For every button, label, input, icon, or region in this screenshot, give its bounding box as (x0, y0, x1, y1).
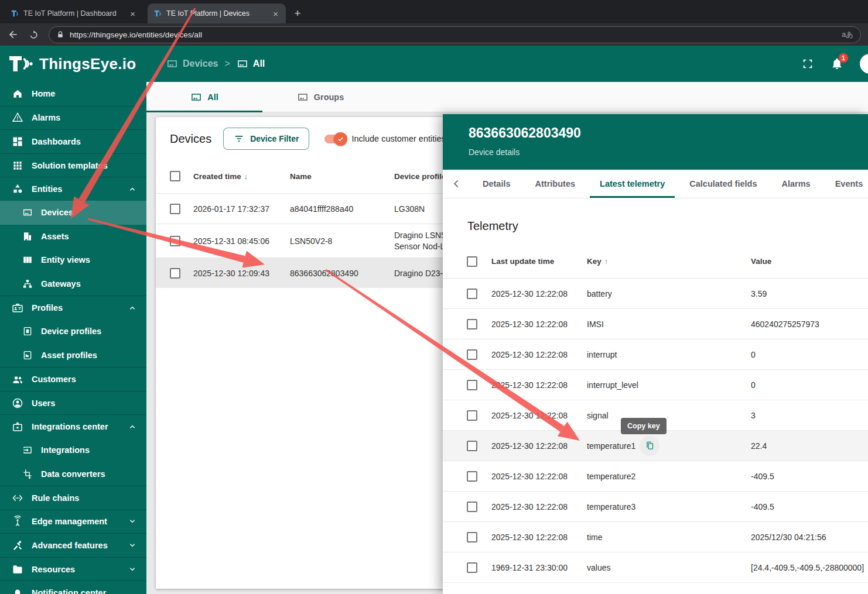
sidebar-item-entities[interactable]: Entities (0, 177, 146, 201)
tab-latest-telemetry[interactable]: Latest telemetry (590, 170, 675, 198)
sidebar-item-customers[interactable]: Customers (0, 367, 146, 391)
tab-attributes[interactable]: Attributes (525, 170, 585, 198)
row-checkbox[interactable] (170, 236, 180, 246)
name-cell: 863663062803490 (290, 269, 394, 278)
chevron-left-icon[interactable] (450, 177, 463, 190)
tab-calculated-fields[interactable]: Calculated fields (679, 170, 767, 198)
browser-tab-devices[interactable]: TE IoT Platform | Devices × (148, 4, 286, 23)
telemetry-row[interactable]: 2025-12-30 12:22:08temperature3-409.5 (443, 492, 868, 522)
row-checkbox[interactable] (467, 471, 477, 482)
sidebar-item-asset-profiles[interactable]: Asset profiles (0, 344, 146, 368)
table-row[interactable]: 2025-12-31 08:45:06 LSN50V2-8 Dragino LS… (156, 224, 449, 257)
sidebar-item-notification-center[interactable]: Notification center (0, 581, 146, 594)
breadcrumb-devices[interactable]: Devices (166, 58, 218, 70)
telemetry-row-hovered[interactable]: 2025-12-30 12:22:08 temperature1 22.4 (443, 431, 868, 461)
column-value[interactable]: Value (751, 257, 868, 266)
telemetry-row[interactable]: 2025-12-30 12:22:08IMSI460240275257973 (443, 309, 868, 339)
sidebar-item-entity-views[interactable]: Entity views (0, 248, 146, 272)
refresh-icon[interactable] (28, 29, 39, 40)
sidebar-item-profiles[interactable]: Profiles (0, 296, 146, 320)
value-cell: [24.4,-409.5,-409.5,-28800000] (751, 563, 868, 572)
sidebar-item-gateways[interactable]: Gateways (0, 272, 146, 296)
sidebar-item-users[interactable]: Users (0, 391, 146, 415)
telemetry-row[interactable]: 2025-12-30 12:22:08interrupt0 (443, 339, 868, 370)
table-row[interactable]: 2026-01-17 17:32:37 a84041ffff288a40 LG3… (156, 193, 449, 224)
back-icon[interactable] (7, 29, 19, 40)
breadcrumb-all[interactable]: All (237, 58, 265, 70)
row-checkbox[interactable] (467, 502, 477, 512)
row-checkbox[interactable] (467, 410, 477, 421)
row-checkbox[interactable] (467, 532, 477, 543)
telemetry-row[interactable]: 2025-12-30 12:22:08battery3.59 (443, 279, 868, 309)
telemetry-row[interactable]: 2025-12-30 12:22:08interrupt_level0 (443, 370, 868, 400)
copy-key-button[interactable] (640, 436, 659, 456)
row-checkbox[interactable] (467, 319, 477, 329)
value-cell: 0 (751, 350, 868, 359)
tab-alarms[interactable]: Alarms (772, 170, 821, 198)
tab-groups[interactable]: Groups (262, 82, 378, 112)
name-cell: LSN50V2-8 (290, 236, 394, 246)
value-cell: 22.4 (751, 441, 868, 451)
favicon (153, 9, 162, 18)
sidebar-item-devices[interactable]: Devices (0, 201, 146, 225)
telemetry-row[interactable]: 2025-12-30 12:22:08time2025/12/30 04:21:… (443, 522, 868, 552)
value-cell: -409.5 (751, 502, 868, 511)
tab-events[interactable]: Events (825, 170, 868, 198)
tab-details[interactable]: Details (473, 170, 521, 198)
sidebar-item-data-converters[interactable]: Data converters (0, 462, 146, 486)
sidebar-item-device-profiles[interactable]: Device profiles (0, 320, 146, 344)
translate-icon[interactable]: aあ (842, 30, 853, 40)
tab-title: TE IoT Platform | Dashboard (23, 9, 124, 18)
column-name[interactable]: Name (290, 172, 394, 181)
sidebar-item-advanced-features[interactable]: Advanced features (0, 533, 146, 557)
tab-all[interactable]: All (146, 82, 262, 112)
chevron-up-icon (127, 302, 138, 314)
column-last-update-time[interactable]: Last update time (491, 257, 587, 266)
telemetry-table-header: Last update time Key↑ Value (443, 245, 868, 279)
url-bar[interactable]: https://thingseye.io/entities/devices/al… (49, 26, 861, 43)
toggle-knob (334, 132, 347, 146)
row-checkbox[interactable] (170, 204, 180, 214)
sidebar-item-assets[interactable]: Assets (0, 225, 146, 249)
sidebar-item-integrations-center[interactable]: Integrations center (0, 414, 146, 438)
fullscreen-icon[interactable] (801, 57, 814, 70)
device-filter-button[interactable]: Device Filter (223, 128, 309, 150)
select-all-checkbox[interactable] (467, 256, 477, 267)
key-cell: temperature3 (587, 502, 751, 511)
sidebar-item-resources[interactable]: Resources (0, 557, 146, 581)
row-checkbox[interactable] (170, 268, 180, 279)
created-cell: 2025-12-31 08:45:06 (193, 236, 290, 246)
close-icon[interactable]: × (271, 9, 280, 19)
new-tab-button[interactable]: + (289, 5, 306, 22)
notifications-bell[interactable]: 1 (831, 57, 843, 70)
row-checkbox[interactable] (467, 349, 477, 360)
row-checkbox[interactable] (467, 441, 477, 451)
select-all-checkbox[interactable] (170, 171, 180, 181)
column-device-profile[interactable]: Device profile (394, 172, 449, 181)
avatar[interactable] (860, 54, 868, 74)
row-checkbox[interactable] (467, 289, 477, 299)
close-icon[interactable]: × (128, 9, 137, 19)
sidebar-item-edge-management[interactable]: Edge management (0, 510, 146, 534)
sidebar: Home Alarms Dashboards Solution template… (0, 82, 146, 594)
telemetry-row[interactable]: 2025-12-30 12:22:08temperature2-409.5 (443, 461, 868, 492)
sidebar-item-rule-chains[interactable]: Rule chains (0, 486, 146, 510)
sidebar-item-home[interactable]: Home (0, 82, 146, 106)
groups-icon (297, 91, 309, 103)
telemetry-row[interactable]: 1969-12-31 23:30:00values[24.4,-409.5,-4… (443, 552, 868, 583)
brand-name: ThingsEye.io (39, 55, 136, 73)
sidebar-item-dashboards[interactable]: Dashboards (0, 129, 146, 153)
sidebar-item-alarms[interactable]: Alarms (0, 106, 146, 130)
row-checkbox[interactable] (467, 562, 477, 573)
table-row-selected[interactable]: 2025-12-30 12:09:43 863663062803490 Drag… (156, 257, 449, 288)
row-checkbox[interactable] (467, 380, 477, 390)
column-created-time[interactable]: Created time↓ (193, 172, 290, 181)
device-subtitle: Device details (469, 147, 868, 157)
sidebar-item-integrations[interactable]: Integrations (0, 438, 146, 462)
column-key[interactable]: Key↑ (587, 257, 751, 266)
browser-tab-dashboard[interactable]: TE IoT Platform | Dashboard × (5, 4, 143, 23)
entity-tab-strip: All Groups (146, 82, 868, 112)
brand-logo[interactable]: ThingsEye.io (0, 53, 148, 74)
include-customer-entities-toggle[interactable] (324, 135, 346, 143)
sidebar-item-solution-templates[interactable]: Solution templates (0, 153, 146, 177)
